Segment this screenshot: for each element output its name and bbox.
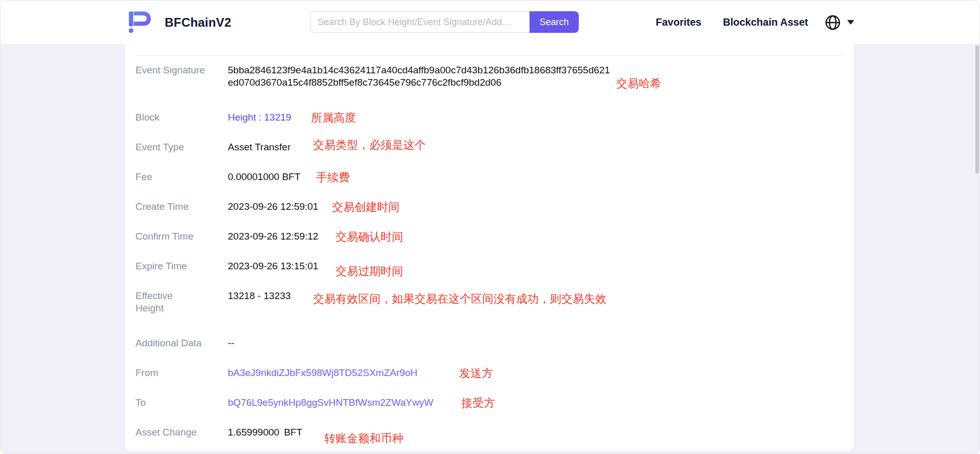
annotation-create-time: 交易创建时间 — [332, 201, 400, 214]
block-height-link[interactable]: Height : 13219 — [228, 111, 291, 124]
globe-icon — [825, 14, 841, 31]
annotation-effective-height: 交易有效区间，如果交易在这个区间没有成功，则交易失效 — [313, 292, 816, 306]
row-additional-data: Additional Data -- — [135, 328, 844, 358]
from-address-link[interactable]: bA3eJ9nkdiZJbFx598Wj8TD52SXmZAr9oH — [228, 367, 418, 379]
field-label: Asset Change — [135, 426, 228, 439]
field-label: Effective Height — [135, 290, 228, 314]
annotation-asset-change: 转账金额和币种 — [324, 432, 403, 445]
language-switcher[interactable] — [825, 1, 854, 44]
field-label: Event Type — [135, 141, 228, 153]
annotation-to: 接受方 — [461, 397, 495, 410]
vertical-scrollbar[interactable] — [975, 45, 979, 173]
additional-data-value: -- — [228, 337, 234, 349]
search-input[interactable] — [310, 11, 530, 33]
expire-time-value: 2023-09-26 13:15:01 — [228, 260, 318, 272]
row-block: Block Height : 13219 所属高度 — [135, 103, 844, 132]
field-label: To — [135, 397, 228, 409]
fee-value: 0.00001000 BFT — [228, 171, 301, 183]
annotation-from: 发送方 — [459, 367, 493, 380]
field-label: Additional Data — [135, 337, 228, 349]
row-event-type: Event Type Asset Transfer 交易类型，必须是这个 — [135, 132, 844, 162]
annotation-block-height: 所属高度 — [311, 111, 356, 125]
create-time-value: 2023-09-26 12:59:01 — [228, 201, 318, 213]
annotation-fee: 手续费 — [316, 171, 350, 184]
row-fee: Fee 0.00001000 BFT 手续费 — [135, 162, 844, 192]
nav-blockchain-asset[interactable]: Blockchain Asset — [723, 1, 808, 44]
search-bar: Search — [310, 11, 579, 33]
confirm-time-value: 2023-09-26 12:59:12 — [228, 230, 318, 243]
field-label: Fee — [135, 171, 228, 183]
to-address-link[interactable]: bQ76L9e5ynkHp8ggSvHNTBfWsm2ZWaYwyW — [228, 397, 434, 409]
effective-height-value: 13218 - 13233 — [228, 290, 291, 302]
row-effective-height: Effective Height 13218 - 13233 交易有效区间，如果… — [135, 281, 844, 328]
asset-change-value: 1.65999000BFT — [228, 426, 302, 439]
bfchain-logo-icon — [127, 9, 152, 35]
field-label: Confirm Time — [135, 230, 228, 243]
app-window: BFChainV2 Search Favorites Blockchain As… — [0, 0, 980, 454]
field-label: Block — [135, 111, 228, 124]
annotation-confirm-time: 交易确认时间 — [336, 230, 403, 244]
row-to: To bQ76L9e5ynkHp8ggSvHNTBfWsm2ZWaYwyW 接受… — [135, 388, 844, 418]
annotation-expire-time: 交易过期时间 — [336, 265, 403, 278]
annotation-tx-hash: 交易哈希 — [616, 77, 661, 90]
row-from: From bA3eJ9nkdiZJbFx598Wj8TD52SXmZAr9oH … — [135, 358, 844, 388]
event-signature-value: 5bba2846123f9e4a1b14c43624117a40cd4affb9… — [228, 64, 615, 89]
chevron-down-icon — [847, 20, 854, 25]
top-header: BFChainV2 Search Favorites Blockchain As… — [1, 1, 979, 44]
row-create-time: Create Time 2023-09-26 12:59:01 交易创建时间 — [135, 192, 844, 222]
annotation-event-type: 交易类型，必须是这个 — [313, 139, 426, 152]
event-type-value: Asset Transfer — [228, 141, 291, 153]
field-label: Event Signature — [135, 64, 228, 76]
nav-favorites[interactable]: Favorites — [656, 1, 701, 44]
field-label: Expire Time — [135, 260, 228, 272]
brand-name: BFChainV2 — [165, 1, 231, 44]
search-button[interactable]: Search — [530, 11, 579, 33]
field-label: Create Time — [135, 201, 228, 213]
row-expire-time: Expire Time 2023-09-26 13:15:01 交易过期时间 — [135, 251, 844, 281]
field-label: From — [135, 367, 228, 379]
row-asset-change: Asset Change 1.65999000BFT 转账金额和币种 — [135, 418, 844, 447]
event-detail-card: Event Signature 5bba2846123f9e4a1b14c436… — [125, 44, 854, 451]
asset-change-unit: BFT — [284, 427, 302, 438]
row-event-signature: Event Signature 5bba2846123f9e4a1b14c436… — [135, 56, 844, 103]
row-confirm-time: Confirm Time 2023-09-26 12:59:12 交易确认时间 — [135, 222, 844, 251]
